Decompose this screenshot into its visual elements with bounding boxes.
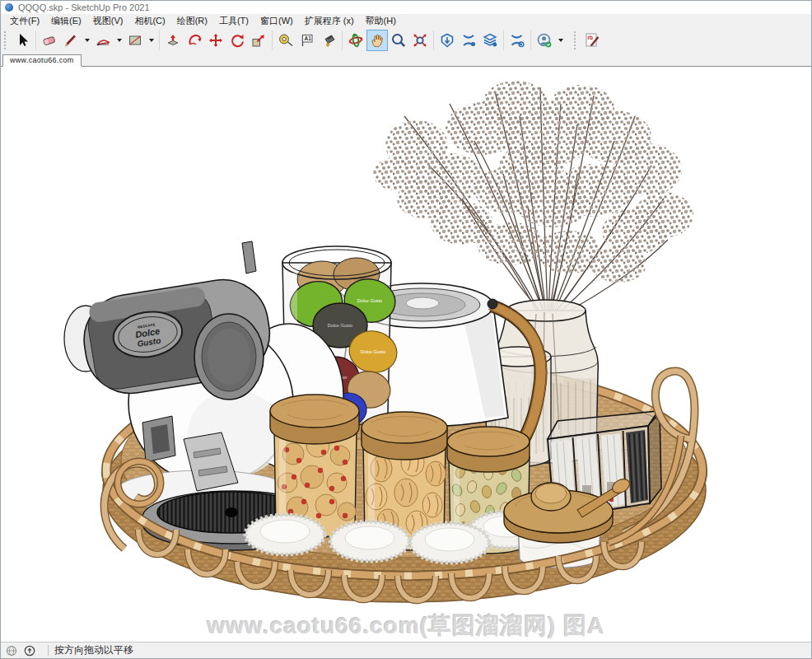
cookies <box>278 434 356 521</box>
model-viewport[interactable]: Dolce Gusto Dolce Gusto Dolce Gusto Dolc… <box>1 67 811 642</box>
bamboo-lid <box>362 412 447 460</box>
sketchup-window: QQQQ.skp - SketchUp Pro 2021 文件(F) 编辑(E)… <box>0 0 812 659</box>
bamboo-lid <box>447 427 530 472</box>
rectangle-icon <box>127 32 143 49</box>
line-tool-dropdown[interactable] <box>82 30 92 51</box>
arc-tool-dropdown[interactable] <box>114 30 124 51</box>
menu-item-camera[interactable]: 相机(C) <box>128 14 170 28</box>
move-icon <box>208 32 224 49</box>
push-pull-tool-button[interactable] <box>162 30 184 51</box>
extension-warehouse-icon <box>509 32 525 49</box>
toolbar-separator <box>342 30 343 50</box>
arc-tool-button[interactable] <box>92 30 114 51</box>
chevron-down-icon <box>85 39 90 42</box>
rotate-tool-button[interactable] <box>226 30 248 51</box>
warehouse-download-icon <box>439 32 455 49</box>
account-dropdown[interactable] <box>555 30 566 51</box>
rectangle-tool-dropdown[interactable] <box>146 30 156 51</box>
pencil-icon <box>63 32 79 49</box>
select-tool-button[interactable] <box>12 30 33 51</box>
window-title: QQQQ.skp - SketchUp Pro 2021 <box>18 2 150 12</box>
geolocation-button[interactable] <box>6 645 17 657</box>
globe-icon <box>6 645 17 657</box>
eraser-tool-button[interactable] <box>39 30 60 51</box>
zoom-tool-button[interactable] <box>388 30 409 51</box>
paint-bucket-tool-button[interactable] <box>318 30 339 51</box>
svg-text:Dolce Gusto: Dolce Gusto <box>328 323 352 328</box>
app-icon <box>5 3 13 12</box>
zoom-extents-icon <box>412 32 428 49</box>
menu-item-file[interactable]: 文件(F) <box>4 14 45 28</box>
menu-item-window[interactable]: 窗口(W) <box>254 14 299 28</box>
account-button[interactable] <box>534 30 555 51</box>
toolbar-separator <box>159 30 160 50</box>
scene-tab[interactable]: www.caotu66.com <box>2 54 82 67</box>
svg-text:A1: A1 <box>305 35 312 41</box>
rotate-icon <box>229 32 245 49</box>
toolbar-grip[interactable] <box>4 31 9 49</box>
svg-text:Dolce Gusto: Dolce Gusto <box>357 298 382 303</box>
text-tool-button[interactable]: A1 <box>296 30 318 51</box>
chevron-down-icon <box>117 39 122 42</box>
line-tool-button[interactable] <box>60 30 82 51</box>
share-model-icon <box>460 32 477 49</box>
text-label-icon: A1 <box>299 32 315 49</box>
svg-text:Dolce Gusto: Dolce Gusto <box>361 349 385 354</box>
account-icon <box>536 32 553 49</box>
share-component-button[interactable] <box>479 30 501 51</box>
info-circle-icon <box>24 645 35 657</box>
bamboo-lid <box>270 395 359 444</box>
menu-item-tools[interactable]: 工具(T) <box>213 14 254 28</box>
menu-item-extensions[interactable]: 扩展程序 (x) <box>299 14 360 28</box>
menu-item-edit[interactable]: 编辑(E) <box>45 14 87 28</box>
magnifier-icon <box>390 32 407 49</box>
status-hint: 按方向拖动以平移 <box>54 643 133 657</box>
scene-tab-bar: www.caotu66.com <box>1 52 811 67</box>
eraser-icon <box>41 32 58 49</box>
chevron-down-icon <box>149 39 154 42</box>
scene-tab-label: www.caotu66.com <box>10 56 74 64</box>
toolbar-separator <box>272 30 273 50</box>
toolbar-separator <box>35 30 36 50</box>
menu-item-help[interactable]: 帮助(H) <box>360 14 402 28</box>
scale-tool-button[interactable] <box>248 30 269 51</box>
toolbar-grip[interactable] <box>574 31 579 49</box>
zoom-extents-tool-button[interactable] <box>409 30 431 51</box>
pan-hand-icon <box>369 32 385 49</box>
status-divider <box>48 645 49 656</box>
orbit-icon <box>348 32 364 49</box>
follow-me-tool-button[interactable] <box>184 30 205 51</box>
svg-text:rb: rb <box>588 35 594 40</box>
tape-measure-icon <box>278 32 294 49</box>
scale-icon <box>250 32 267 49</box>
toolbar: A1 rb <box>1 28 811 52</box>
drawing-canvas[interactable]: Dolce Gusto Dolce Gusto Dolce Gusto Dolc… <box>1 67 811 642</box>
rectangle-tool-button[interactable] <box>124 30 146 51</box>
chevron-down-icon <box>558 39 563 42</box>
share-component-icon <box>482 32 498 49</box>
select-icon <box>14 32 30 49</box>
pan-tool-button[interactable] <box>366 30 388 51</box>
arc-icon <box>95 32 111 49</box>
title-bar: QQQQ.skp - SketchUp Pro 2021 <box>1 1 811 14</box>
toolbar-separator <box>530 30 531 50</box>
toolbar-separator <box>433 30 434 50</box>
warehouse-download-button[interactable] <box>436 30 458 51</box>
flower-clusters <box>373 81 693 283</box>
crinkle-cup[interactable] <box>410 523 489 563</box>
tape-measure-tool-button[interactable] <box>275 30 296 51</box>
orbit-tool-button[interactable] <box>345 30 366 51</box>
paint-bucket-icon <box>320 32 337 49</box>
crinkle-cup[interactable] <box>330 521 409 561</box>
credits-button[interactable] <box>24 645 35 657</box>
crinkle-cup[interactable] <box>245 515 324 554</box>
toolbar-separator <box>503 30 504 50</box>
extension-warehouse-button[interactable] <box>506 30 528 51</box>
menu-item-draw[interactable]: 绘图(R) <box>171 14 213 28</box>
status-bar: 按方向拖动以平移 <box>1 642 811 658</box>
move-tool-button[interactable] <box>205 30 226 51</box>
ruby-console-button[interactable]: rb <box>581 30 603 51</box>
menu-item-view[interactable]: 视图(V) <box>87 14 129 28</box>
share-model-button[interactable] <box>458 30 479 51</box>
menu-bar: 文件(F) 编辑(E) 视图(V) 相机(C) 绘图(R) 工具(T) 窗口(W… <box>1 14 811 28</box>
